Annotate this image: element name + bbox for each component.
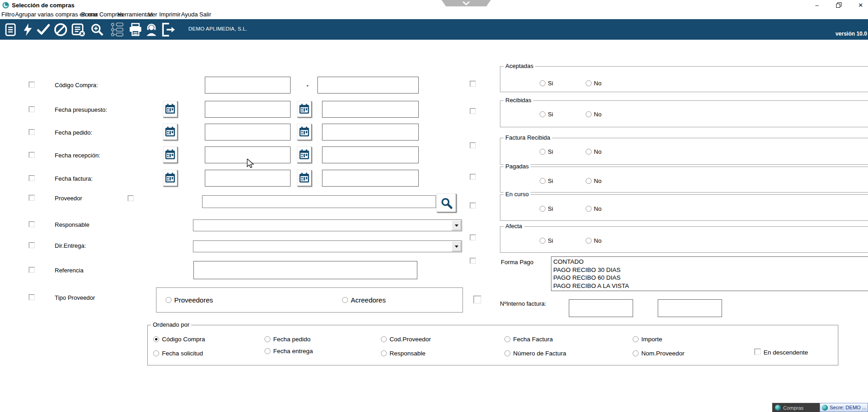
presupuesto-from-input[interactable] bbox=[205, 101, 291, 118]
codigo-compra-to-input[interactable] bbox=[317, 77, 419, 94]
fecha-recepcion-checkbox[interactable] bbox=[29, 152, 35, 158]
presupuesto-to-input[interactable] bbox=[322, 101, 419, 118]
delete-list-icon[interactable] bbox=[71, 22, 86, 37]
fecha-pedido-checkbox[interactable] bbox=[29, 129, 35, 135]
factura-recibida-no-radio[interactable] bbox=[586, 149, 592, 155]
pedido-to-input[interactable] bbox=[322, 124, 419, 141]
menu-imprimir[interactable]: Imprimir bbox=[159, 11, 181, 18]
fecha-factura-checkbox[interactable] bbox=[29, 175, 35, 181]
recepcion-to-calendar-button[interactable] bbox=[297, 146, 312, 163]
orden-nom-proveedor-radio[interactable] bbox=[633, 350, 639, 356]
afecta-filter-checkbox[interactable] bbox=[470, 235, 476, 240]
orden-importe-radio[interactable] bbox=[633, 336, 639, 342]
orden-numero-factura-radio[interactable] bbox=[504, 350, 510, 356]
close-button[interactable]: ✕ bbox=[854, 0, 868, 10]
orden-fecha-pedido-radio[interactable] bbox=[265, 336, 270, 342]
presupuesto-from-calendar-button[interactable] bbox=[163, 101, 177, 117]
en-descendente-label: En descendente bbox=[764, 349, 808, 356]
calendar-icon bbox=[299, 172, 310, 183]
proveedor-input[interactable] bbox=[202, 195, 436, 208]
factura-from-calendar-button[interactable] bbox=[163, 170, 177, 186]
list-item[interactable]: PAGO RECIBO A LA VISTA bbox=[553, 282, 868, 290]
factura-from-input[interactable] bbox=[205, 170, 291, 187]
menu-herramientas[interactable]: Herramientas bbox=[117, 11, 153, 18]
afecta-si-radio[interactable] bbox=[540, 238, 546, 244]
pedido-to-calendar-button[interactable] bbox=[297, 124, 312, 140]
ninterno-to-input[interactable] bbox=[658, 299, 722, 317]
aceptadas-no-radio[interactable] bbox=[586, 80, 592, 86]
referencia-checkbox[interactable] bbox=[29, 267, 35, 273]
aceptadas-si-radio[interactable] bbox=[540, 80, 546, 86]
recepcion-from-calendar-button[interactable] bbox=[163, 146, 177, 163]
chevron-down-icon[interactable] bbox=[452, 241, 461, 251]
pagadas-si-radio[interactable] bbox=[540, 178, 546, 184]
forma-pago-filter-checkbox[interactable] bbox=[470, 258, 476, 264]
acreedores-radio[interactable] bbox=[342, 297, 348, 303]
orden-responsable-radio[interactable] bbox=[381, 350, 387, 356]
orden-fecha-entrega-radio[interactable] bbox=[265, 348, 270, 354]
print-icon[interactable] bbox=[128, 22, 143, 37]
recepcion-to-input[interactable] bbox=[322, 146, 419, 163]
factura-to-calendar-button[interactable] bbox=[297, 170, 312, 186]
menu-filtro[interactable]: Filtro bbox=[1, 11, 15, 18]
en-curso-no-radio[interactable] bbox=[586, 206, 592, 212]
cancel-icon[interactable] bbox=[53, 22, 68, 37]
direntrega-checkbox[interactable] bbox=[29, 242, 35, 248]
list-item[interactable]: PAGO RECIBO 30 DIAS bbox=[553, 266, 868, 274]
orden-cod-proveedor-radio[interactable] bbox=[381, 336, 387, 342]
aceptadas-filter-checkbox[interactable] bbox=[470, 81, 476, 87]
taskbar-compras-button[interactable]: Compras bbox=[772, 403, 820, 412]
check-icon[interactable] bbox=[36, 22, 51, 37]
support-icon[interactable] bbox=[144, 22, 159, 37]
direntrega-combo[interactable] bbox=[193, 240, 462, 252]
referencia-input[interactable] bbox=[193, 261, 417, 279]
restore-button[interactable] bbox=[832, 0, 846, 10]
aceptadas-si-label: Si bbox=[548, 80, 553, 87]
orden-codigo-compra-radio[interactable] bbox=[153, 336, 159, 342]
recibidas-no-radio[interactable] bbox=[586, 111, 592, 117]
proveedor-secondary-checkbox[interactable] bbox=[128, 195, 134, 201]
pagadas-no-radio[interactable] bbox=[586, 178, 592, 184]
orden-fecha-factura-radio[interactable] bbox=[504, 336, 510, 342]
recibidas-filter-checkbox[interactable] bbox=[470, 108, 476, 114]
list-item[interactable]: CONTADO bbox=[553, 258, 868, 266]
tipo-proveedor-checkbox[interactable] bbox=[29, 294, 35, 300]
document-icon[interactable] bbox=[3, 22, 18, 37]
ninterno-from-input[interactable] bbox=[569, 299, 633, 317]
recibidas-si-radio[interactable] bbox=[540, 111, 546, 117]
fecha-presupuesto-checkbox[interactable] bbox=[29, 106, 35, 112]
ninterno-filter-checkbox[interactable] bbox=[473, 296, 481, 303]
menu-ver[interactable]: Ver bbox=[148, 11, 157, 18]
afecta-no-radio[interactable] bbox=[586, 238, 592, 244]
codigo-compra-checkbox[interactable] bbox=[29, 82, 35, 88]
lightning-icon[interactable] bbox=[20, 22, 36, 37]
minimize-button[interactable]: – bbox=[810, 0, 824, 10]
pedido-from-calendar-button[interactable] bbox=[163, 124, 177, 140]
factura-recibida-si-radio[interactable] bbox=[540, 149, 546, 155]
taskbar-secre-button[interactable]: Secre: DEMO ... bbox=[820, 403, 868, 412]
chevron-down-icon[interactable] bbox=[452, 220, 461, 230]
zoom-icon[interactable] bbox=[89, 22, 105, 37]
factura-to-input[interactable] bbox=[322, 170, 419, 187]
en-curso-filter-checkbox[interactable] bbox=[470, 203, 476, 209]
codigo-compra-from-input[interactable] bbox=[205, 77, 291, 94]
pagadas-filter-checkbox[interactable] bbox=[470, 174, 476, 180]
factura-recibida-filter-checkbox[interactable] bbox=[470, 142, 476, 148]
menu-ayuda[interactable]: Ayuda bbox=[181, 11, 198, 18]
en-curso-si-radio[interactable] bbox=[540, 206, 546, 212]
orden-fecha-solicitud-radio[interactable] bbox=[153, 350, 159, 356]
forma-pago-listbox[interactable]: CONTADO PAGO RECIBO 30 DIAS PAGO RECIBO … bbox=[551, 256, 868, 291]
proveedor-checkbox[interactable] bbox=[29, 195, 35, 201]
responsable-combo[interactable] bbox=[193, 219, 462, 231]
presupuesto-to-calendar-button[interactable] bbox=[297, 101, 312, 117]
overlay-collapse-tab[interactable] bbox=[442, 0, 491, 6]
proveedor-search-button[interactable] bbox=[437, 193, 456, 212]
pedido-from-input[interactable] bbox=[205, 124, 291, 141]
proveedores-radio[interactable] bbox=[166, 297, 172, 303]
menu-salir[interactable]: Salir bbox=[199, 11, 211, 18]
list-item[interactable]: PAGO RECIBO 60 DIAS bbox=[553, 274, 868, 282]
tree-list-icon[interactable] bbox=[109, 22, 125, 37]
exit-icon[interactable] bbox=[160, 22, 176, 37]
en-descendente-checkbox[interactable] bbox=[754, 349, 761, 355]
responsable-checkbox[interactable] bbox=[29, 221, 35, 227]
